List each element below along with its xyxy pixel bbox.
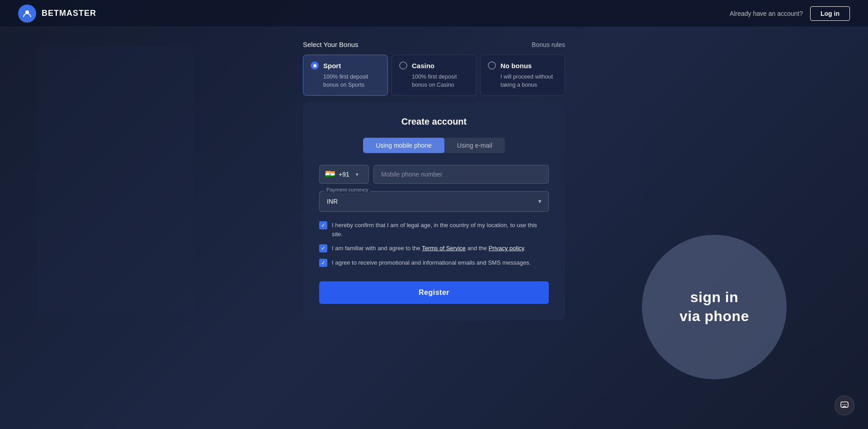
bonus-card-no-bonus[interactable]: No bonus I will proceed without taking a… [480,55,565,96]
checkbox-promo[interactable]: ✓ [319,259,327,267]
bonus-card-casino[interactable]: Casino 100% first deposit bonus on Casin… [392,55,476,96]
tab-group: Using mobile phone Using e-mail [363,138,505,153]
currency-label: Payment currency [325,187,370,192]
logo-text: BETMASTER [42,9,96,18]
check-icon-age: ✓ [321,222,326,228]
country-code-selector[interactable]: 🇮🇳 +91 ▼ [319,165,369,184]
india-flag-icon: 🇮🇳 [325,169,335,179]
radio-casino [399,61,407,70]
bonus-section-title: Select Your Bonus [303,41,359,48]
bonus-casino-desc: 100% first deposit bonus on Casino [399,73,469,89]
currency-select[interactable]: INR USD EUR [319,191,549,212]
bonus-no-bonus-desc: I will proceed without taking a bonus [488,73,557,89]
checkbox-terms-row: ✓ I am familiar with and agree to the Te… [319,244,549,253]
tab-row: Using mobile phone Using e-mail [319,138,549,153]
bonus-card-sport[interactable]: Sport 100% first deposit bonus on Sports [303,55,388,96]
logo-area: BETMASTER [18,5,96,23]
svg-point-3 [844,404,845,405]
center-panel: Select Your Bonus Bonus rules Sport 100%… [303,41,565,320]
create-account-form: Create account Using mobile phone Using … [303,102,565,320]
bonus-card-casino-header: Casino [399,61,469,70]
radio-sport [311,61,319,70]
chat-button[interactable] [835,396,854,415]
checkbox-promo-text: I agree to receive promotional and infor… [332,258,531,267]
bonus-header: Select Your Bonus Bonus rules [303,41,565,48]
logo-icon [18,5,36,23]
check-icon-terms: ✓ [321,245,326,252]
bonus-sport-name: Sport [323,62,341,70]
bonus-cards: Sport 100% first deposit bonus on Sports… [303,55,565,96]
country-chevron-icon: ▼ [355,172,359,177]
checkbox-age-row: ✓ I hereby confirm that I am of legal ag… [319,221,549,238]
bonus-card-sport-header: Sport [311,61,380,70]
terms-of-service-link[interactable]: Terms of Service [422,245,466,252]
bonus-sport-desc: 100% first deposit bonus on Sports [311,73,380,89]
bonus-no-bonus-name: No bonus [500,62,532,70]
chat-icon [840,401,849,410]
radio-no-bonus [488,61,496,70]
svg-point-4 [846,404,847,405]
currency-wrapper: Payment currency INR USD EUR ▼ [319,191,549,212]
checkbox-promo-row: ✓ I agree to receive promotional and inf… [319,258,549,267]
header: BETMASTER Already have an account? Log i… [0,0,868,27]
tab-mobile-phone[interactable]: Using mobile phone [363,138,444,153]
privacy-policy-link[interactable]: Privacy policy [489,245,524,252]
bonus-rules-link[interactable]: Bonus rules [532,41,565,48]
check-icon-promo: ✓ [321,260,326,266]
header-right: Already have an account? Log in [730,6,850,21]
already-account-text: Already have an account? [730,10,803,17]
bonus-card-no-bonus-header: No bonus [488,61,557,70]
form-title: Create account [319,117,549,127]
phone-number-input[interactable] [373,165,549,184]
checkbox-age[interactable]: ✓ [319,221,327,229]
phone-row: 🇮🇳 +91 ▼ [319,165,549,184]
country-code-text: +91 [339,171,349,178]
register-button[interactable]: Register [319,281,549,304]
tab-email[interactable]: Using e-mail [444,138,505,153]
bonus-casino-name: Casino [412,62,434,70]
svg-point-2 [843,404,844,405]
checkbox-terms-text: I am familiar with and agree to the Term… [332,244,526,253]
checkbox-terms[interactable]: ✓ [319,244,327,252]
login-button[interactable]: Log in [810,6,850,21]
checkbox-age-text: I hereby confirm that I am of legal age,… [332,221,549,238]
main-content: Select Your Bonus Bonus rules Sport 100%… [0,27,868,320]
